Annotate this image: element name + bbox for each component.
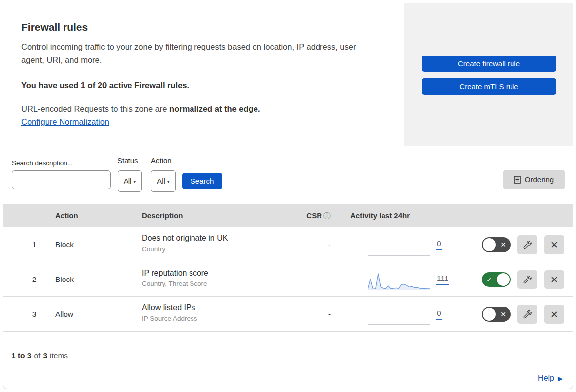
action-dropdown-value: All [157,177,165,185]
header-section: Firewall rules Control incoming traffic … [3,3,403,146]
configure-normalization-link[interactable]: Configure Normalization [21,117,109,127]
activity-count-link[interactable]: 0 [436,239,442,250]
search-field-container [12,170,111,189]
search-input[interactable] [20,176,110,184]
normalization-note: URL-encoded Requests to this zone are no… [21,104,260,113]
rule-description[interactable]: Does not originate in UK [142,234,228,243]
rule-fields: Country, Threat Score [142,280,208,287]
column-header-csr: CSRⓘ [276,204,331,227]
page-description: Control incoming traffic to your zone by… [21,40,377,67]
rule-priority: 2 [24,262,44,297]
table-row: 1 Block Does not originate in UK Country… [3,227,573,262]
rule-csr-value: - [276,227,331,262]
column-header-description: Description [142,204,183,227]
rule-description[interactable]: IP reputation score [142,269,208,278]
x-icon: ✕ [500,310,506,318]
edit-rule-button[interactable] [517,235,537,254]
status-label: Status [117,156,138,165]
action-dropdown[interactable]: All ▾ [151,170,176,192]
pagination-total: 3 [43,351,47,360]
activity-count-cell: 0 [436,297,442,332]
status-dropdown[interactable]: All ▾ [118,170,142,192]
ordering-button-label: Ordering [525,175,554,184]
rule-description-cell: Does not originate in UK Country [142,234,228,253]
rule-priority: 3 [24,297,44,332]
column-header-action: Action [55,204,78,227]
x-icon: ✕ [500,241,506,249]
rule-csr-value: - [276,262,331,297]
actions-panel: Create firewall rule Create mTLS rule [404,3,573,146]
delete-rule-button[interactable]: ✕ [544,235,564,254]
rule-action: Allow [55,297,73,332]
rule-csr-value: - [276,297,331,332]
delete-rule-button[interactable]: ✕ [544,270,564,289]
rule-description-cell: Allow listed IPs IP Source Address [142,303,197,322]
table-header: Action Description CSRⓘ Activity last 24… [3,204,573,227]
rule-description[interactable]: Allow listed IPs [142,303,197,312]
pagination-summary: 1 to 3 of 3 items [11,351,68,360]
help-bar: Help ▶ [3,367,573,389]
create-firewall-rule-button[interactable]: Create firewall rule [422,56,556,72]
delete-rule-button[interactable]: ✕ [544,305,564,324]
column-header-activity: Activity last 24hr [350,204,410,227]
activity-count-cell: 111 [436,262,449,297]
rule-description-cell: IP reputation score Country, Threat Scor… [142,269,208,287]
search-button[interactable]: Search [182,173,222,189]
status-dropdown-value: All [124,177,132,185]
usage-summary: You have used 1 of 20 active Firewall ru… [21,81,189,90]
rule-fields: Country [142,245,228,253]
rule-enabled-toggle[interactable]: ✓ ✕ [482,237,511,252]
activity-count-link[interactable]: 111 [436,274,449,285]
edit-rule-button[interactable] [517,305,537,324]
edit-rule-button[interactable] [517,270,537,289]
chevron-down-icon: ▾ [167,179,170,184]
rule-enabled-toggle[interactable]: ✓ ✕ [482,272,511,287]
firewall-rules-panel: Firewall rules Control incoming traffic … [3,3,573,389]
rule-priority: 1 [24,227,44,262]
activity-sparkline [368,307,430,327]
activity-count-link[interactable]: 0 [436,309,442,320]
rule-enabled-toggle[interactable]: ✓ ✕ [482,307,511,322]
arrow-right-icon: ▶ [558,375,563,382]
pagination-bar: 1 to 3 of 3 items [3,332,573,367]
wrench-icon [523,310,532,319]
search-label: Search description... [12,159,73,167]
page-title: Firewall rules [21,21,88,33]
info-icon[interactable]: ⓘ [323,211,331,220]
rule-action: Block [55,262,74,297]
filter-bar: Search description... Status Action All … [3,146,573,204]
ordering-list-icon [514,176,521,184]
create-mtls-rule-button[interactable]: Create mTLS rule [422,78,556,95]
toggle-knob [497,273,510,286]
wrench-icon [523,241,532,249]
table-row: 3 Allow Allow listed IPs IP Source Addre… [3,297,573,332]
chevron-down-icon: ▾ [133,179,136,184]
activity-sparkline [368,237,430,257]
toggle-knob [483,238,496,251]
ordering-button[interactable]: Ordering [503,170,565,189]
rule-fields: IP Source Address [142,315,197,322]
normalization-note-bold: normalized at the edge. [169,104,260,113]
pagination-range: 1 to 3 [11,351,31,360]
help-link[interactable]: Help ▶ [538,374,563,383]
table-row: 2 Block IP reputation score Country, Thr… [3,262,573,297]
check-icon: ✓ [486,276,492,283]
toggle-knob [483,308,496,321]
action-label: Action [151,156,172,165]
activity-sparkline [368,272,430,292]
rule-action: Block [55,227,74,262]
activity-count-cell: 0 [436,227,442,262]
wrench-icon [523,276,532,284]
